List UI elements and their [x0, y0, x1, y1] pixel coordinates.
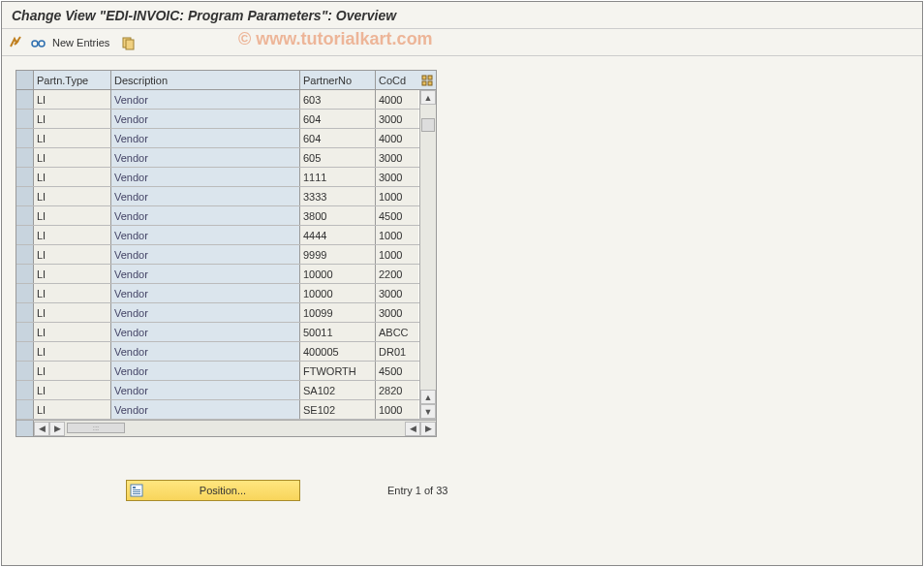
cell-cocd[interactable]: 1000 — [376, 187, 418, 205]
row-selector[interactable] — [16, 323, 34, 341]
cell-partner-no[interactable]: 10000 — [300, 265, 376, 283]
cell-partner-no[interactable]: 3800 — [300, 206, 376, 225]
cell-partner-no[interactable]: 3333 — [300, 187, 376, 205]
cell-cocd[interactable]: 1000 — [376, 226, 418, 244]
vscroll-thumb[interactable] — [421, 118, 435, 132]
cell-cocd[interactable]: DR01 — [376, 342, 418, 361]
table-row[interactable]: LIVendor44441000 — [16, 226, 436, 245]
cell-cocd[interactable]: 3000 — [376, 303, 418, 322]
cell-cocd[interactable]: 3000 — [376, 148, 418, 167]
cell-partn-type[interactable]: LI — [34, 168, 111, 186]
table-row[interactable]: LIVendor33331000 — [16, 187, 436, 206]
cell-partner-no[interactable]: SE102 — [300, 400, 376, 419]
scroll-right-arrow-icon[interactable]: ▶ — [49, 422, 65, 436]
cell-partn-type[interactable]: LI — [34, 323, 111, 341]
table-row[interactable]: LIVendor400005DR01 — [16, 342, 436, 362]
row-selector[interactable] — [16, 168, 34, 186]
hscroll-thumb[interactable]: ::: — [67, 423, 125, 433]
cell-partner-no[interactable]: 603 — [300, 90, 376, 109]
cell-cocd[interactable]: 2200 — [376, 265, 418, 283]
row-selector[interactable] — [16, 187, 34, 205]
row-selector[interactable] — [16, 110, 34, 128]
row-selector[interactable] — [16, 129, 34, 147]
row-selector[interactable] — [16, 245, 34, 264]
cell-cocd[interactable]: 3000 — [376, 168, 418, 186]
cell-partn-type[interactable]: LI — [34, 400, 111, 419]
table-row[interactable]: LIVendorSA1022820 — [16, 381, 436, 400]
new-entries-button[interactable]: New Entries — [52, 37, 109, 48]
cell-partn-type[interactable]: LI — [34, 362, 111, 380]
table-row[interactable]: LIVendor100002200 — [16, 265, 436, 284]
table-row[interactable]: LIVendorSE1021000 — [16, 400, 436, 420]
row-selector[interactable] — [16, 362, 34, 380]
vertical-scrollbar[interactable]: ▲ ▲ ▼ — [419, 90, 436, 419]
table-row[interactable]: LIVendor6053000 — [16, 148, 436, 168]
cell-partner-no[interactable]: 604 — [300, 110, 376, 128]
cell-partner-no[interactable]: FTWORTH — [300, 362, 376, 380]
cell-cocd[interactable]: 4500 — [376, 206, 418, 225]
glasses-icon[interactable] — [29, 34, 46, 51]
row-selector[interactable] — [16, 303, 34, 322]
table-row[interactable]: LIVendor11113000 — [16, 168, 436, 187]
cell-cocd[interactable]: 4000 — [376, 90, 418, 109]
cell-partner-no[interactable]: 400005 — [300, 342, 376, 361]
cell-partner-no[interactable]: 4444 — [300, 226, 376, 244]
scroll-up-arrow-icon[interactable]: ▲ — [420, 90, 436, 105]
cell-partn-type[interactable]: LI — [34, 342, 111, 361]
cell-partn-type[interactable]: LI — [34, 226, 111, 244]
cell-partner-no[interactable]: 1111 — [300, 168, 376, 186]
row-selector[interactable] — [16, 342, 34, 361]
cell-partner-no[interactable]: 604 — [300, 129, 376, 147]
cell-cocd[interactable]: 2820 — [376, 381, 418, 399]
cell-partner-no[interactable]: 10000 — [300, 284, 376, 302]
row-selector[interactable] — [16, 265, 34, 283]
row-selector[interactable] — [16, 381, 34, 399]
cell-partner-no[interactable]: SA102 — [300, 381, 376, 399]
scroll-left-arrow-icon[interactable]: ◀ — [34, 422, 49, 436]
select-all-header[interactable] — [16, 71, 34, 89]
column-header-partn-type[interactable]: Partn.Type — [34, 71, 111, 89]
cell-partn-type[interactable]: LI — [34, 148, 111, 167]
table-row[interactable]: LIVendor6034000 — [16, 90, 436, 110]
scroll-right2-arrow-icon[interactable]: ▶ — [420, 422, 436, 436]
cell-partn-type[interactable]: LI — [34, 90, 111, 109]
column-header-cocd[interactable]: CoCd — [376, 71, 418, 89]
table-row[interactable]: LIVendorFTWORTH4500 — [16, 362, 436, 381]
table-row[interactable]: LIVendor38004500 — [16, 206, 436, 226]
table-row[interactable]: LIVendor50011ABCC — [16, 323, 436, 342]
position-button[interactable]: Position... — [126, 480, 300, 501]
cell-cocd[interactable]: 3000 — [376, 284, 418, 302]
vscroll-track[interactable] — [420, 105, 436, 390]
cell-cocd[interactable]: 3000 — [376, 110, 418, 128]
cell-cocd[interactable]: 4500 — [376, 362, 418, 380]
cell-partn-type[interactable]: LI — [34, 206, 111, 225]
table-row[interactable]: LIVendor99991000 — [16, 245, 436, 265]
table-row[interactable]: LIVendor6044000 — [16, 129, 436, 148]
cell-cocd[interactable]: ABCC — [376, 323, 418, 341]
row-selector[interactable] — [16, 284, 34, 302]
row-selector[interactable] — [16, 206, 34, 225]
cell-cocd[interactable]: 4000 — [376, 129, 418, 147]
row-selector[interactable] — [16, 226, 34, 244]
cell-partner-no[interactable]: 9999 — [300, 245, 376, 264]
scroll-left2-arrow-icon[interactable]: ◀ — [405, 422, 420, 436]
cell-partn-type[interactable]: LI — [34, 129, 111, 147]
table-row[interactable]: LIVendor100993000 — [16, 303, 436, 323]
row-selector[interactable] — [16, 90, 34, 109]
table-row[interactable]: LIVendor6043000 — [16, 110, 436, 129]
column-header-partner-no[interactable]: PartnerNo — [300, 71, 376, 89]
column-header-description[interactable]: Description — [111, 71, 300, 89]
hscroll-track[interactable]: ::: — [65, 422, 405, 436]
row-selector[interactable] — [16, 400, 34, 419]
row-selector[interactable] — [16, 148, 34, 167]
cell-partner-no[interactable]: 10099 — [300, 303, 376, 322]
cell-cocd[interactable]: 1000 — [376, 400, 418, 419]
cell-partn-type[interactable]: LI — [34, 245, 111, 264]
scroll-down-arrow-icon[interactable]: ▼ — [420, 404, 436, 419]
cell-partn-type[interactable]: LI — [34, 303, 111, 322]
cell-partner-no[interactable]: 605 — [300, 148, 376, 167]
cell-cocd[interactable]: 1000 — [376, 245, 418, 264]
cell-partn-type[interactable]: LI — [34, 381, 111, 399]
cell-partn-type[interactable]: LI — [34, 284, 111, 302]
cell-partn-type[interactable]: LI — [34, 110, 111, 128]
